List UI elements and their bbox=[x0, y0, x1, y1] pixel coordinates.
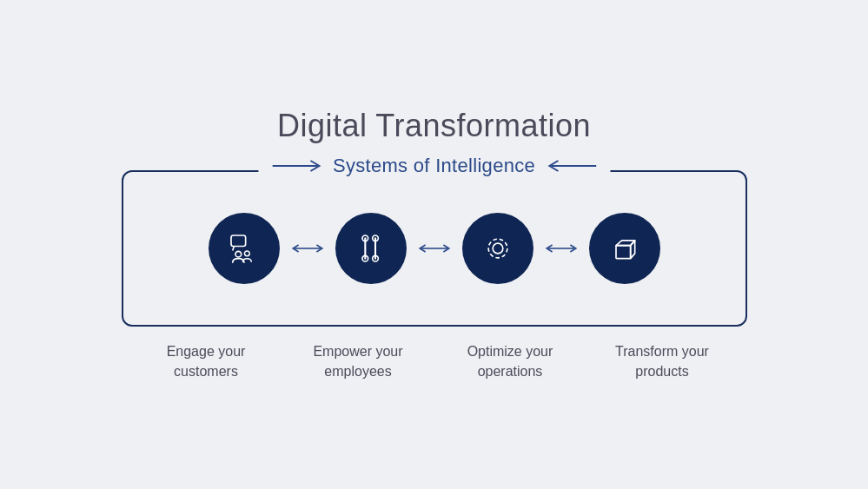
circle-engage bbox=[209, 213, 280, 284]
label-empower: Empower your employees bbox=[293, 342, 423, 381]
label-optimize: Optimize your operations bbox=[445, 342, 575, 381]
icon-item-transform bbox=[589, 213, 660, 284]
svg-rect-2 bbox=[231, 235, 246, 247]
icons-row bbox=[123, 213, 745, 284]
soi-box: Systems of Intelligence bbox=[122, 170, 747, 327]
icon-item-engage bbox=[209, 213, 280, 284]
icon-item-optimize bbox=[462, 213, 533, 284]
circle-empower bbox=[335, 213, 407, 284]
soi-label-area: Systems of Intelligence bbox=[258, 155, 610, 177]
circle-optimize bbox=[462, 213, 533, 284]
label-transform: Transform your products bbox=[597, 342, 727, 381]
soi-label: Systems of Intelligence bbox=[333, 155, 535, 177]
soi-container: Systems of Intelligence bbox=[122, 170, 747, 327]
svg-point-4 bbox=[235, 251, 242, 257]
diagram-wrapper: Systems of Intelligence bbox=[122, 170, 747, 381]
arrow-between-2-3 bbox=[417, 240, 452, 257]
svg-rect-17 bbox=[616, 246, 631, 259]
labels-row: Engage your customers Empower your emplo… bbox=[122, 327, 747, 381]
arrow-left-icon bbox=[272, 159, 324, 173]
svg-point-5 bbox=[244, 251, 249, 256]
icon-item-empower bbox=[335, 213, 407, 284]
arrow-between-1-2 bbox=[290, 240, 325, 257]
circle-transform bbox=[589, 213, 660, 284]
arrow-between-3-4 bbox=[544, 240, 579, 257]
arrow-right-icon bbox=[544, 159, 596, 173]
svg-point-15 bbox=[488, 239, 507, 258]
page-title: Digital Transformation bbox=[277, 108, 591, 144]
label-engage: Engage your customers bbox=[141, 342, 271, 381]
svg-point-14 bbox=[493, 243, 503, 254]
